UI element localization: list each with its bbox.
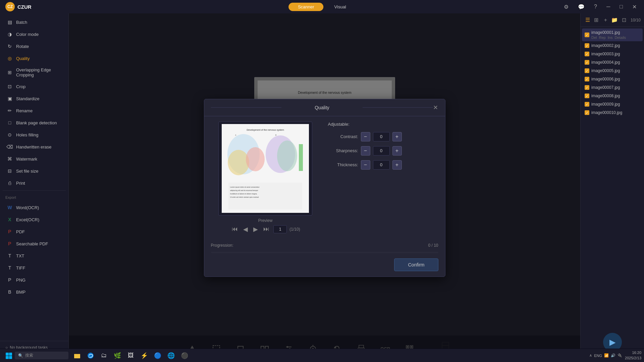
sharpness-plus-button[interactable]: + [392,146,402,156]
taskbar-app-edge[interactable] [85,350,97,362]
nav-next-button[interactable]: ⏭ [262,225,271,233]
image-checkbox[interactable] [585,85,589,90]
sidebar-item-overlapping-edge[interactable]: ⊞ Overlapping Edge Cropping [1,65,67,80]
list-item[interactable]: image00007.jpg [582,83,643,92]
confirm-button[interactable]: Confirm [394,258,438,271]
taskbar-app-5[interactable]: 🔵 [152,350,164,362]
svg-text:incididunt ut labore et dolore: incididunt ut labore et dolore magna. [230,193,257,195]
png-icon: P [7,277,13,283]
contrast-minus-button[interactable]: − [361,132,370,141]
sidebar-item-color-mode[interactable]: ◑ Color mode [1,28,67,40]
image-checkbox[interactable] [585,68,589,73]
folder-button[interactable]: 📁 [610,16,619,24]
sidebar-item-rename[interactable]: ✏ Rename [1,105,67,116]
image-checkbox[interactable] [585,110,589,115]
list-item[interactable]: image000010.jpg [582,109,643,117]
adjustable-label: Adjustable: [328,122,440,127]
help-icon[interactable]: ? [592,3,599,10]
list-item[interactable]: image00006.jpg [582,75,643,83]
taskbar-start-button[interactable] [3,351,15,360]
list-item[interactable]: image00001.jpg Del Rep Ins Details [582,28,643,41]
taskbar-search[interactable]: 🔍 搜索 [15,352,68,359]
svg-point-20 [246,147,265,171]
sidebar-item-handwritten[interactable]: ⌫ Handwritten erase [1,141,67,153]
sharpness-minus-button[interactable]: − [361,146,370,156]
taskbar-app-1[interactable]: 🗂 [98,350,110,362]
minimize-button[interactable]: ─ [604,3,612,10]
sidebar-item-word-ocr[interactable]: W Word(OCR) [1,202,67,213]
sidebar-item-print[interactable]: ⎙ Print [1,177,67,189]
page-total: (1/10) [289,227,300,232]
sidebar-item-tiff[interactable]: T TIFF [1,262,67,274]
settings-icon[interactable]: ⚙ [562,3,571,11]
image-checkbox[interactable] [585,94,589,98]
taskbar-app-file-explorer[interactable] [71,350,83,362]
sidebar-item-standardize[interactable]: ▣ Standardize [1,93,67,104]
add-item-button[interactable]: + [603,16,608,24]
expand-button[interactable]: ⊡ [621,16,628,24]
list-item[interactable]: image00009.jpg [582,100,643,108]
taskbar-app-7[interactable]: ⚫ [178,350,191,362]
taskbar-app-3[interactable]: 🖼 [125,350,137,362]
rep-action[interactable]: Rep [599,36,606,40]
del-action[interactable]: Del [591,36,597,40]
sidebar-item-bmp[interactable]: B BMP [1,286,67,298]
sidebar-item-png[interactable]: P PNG [1,274,67,286]
list-item[interactable]: image00002.jpg [582,42,643,50]
sidebar-item-excel-ocr[interactable]: X Excel(OCR) [1,214,67,225]
searchable-pdf-icon: P [7,241,13,247]
taskbar-app-6[interactable]: 🌐 [165,350,177,362]
details-action[interactable]: Details [614,36,626,40]
grid-view-button[interactable]: ⊞ [593,16,600,24]
taskbar-app-4[interactable]: ⚡ [138,350,150,362]
image-checkbox[interactable] [585,77,589,81]
sidebar-item-rotate[interactable]: ↻ Rotate [1,41,67,52]
list-item[interactable]: image00004.jpg [582,58,643,66]
sidebar-item-crop[interactable]: ⊡ Crop [1,81,67,92]
image-checkbox[interactable] [585,43,589,48]
thickness-label: Thickness: [328,162,358,167]
close-button[interactable]: ✕ [630,3,639,11]
excel-icon: X [7,217,13,223]
nav-prev-button[interactable]: ◀ [242,225,249,234]
contrast-value: 0 [373,132,390,141]
sidebar-item-set-file-size[interactable]: ⊟ Set file size [1,165,67,177]
thickness-minus-button[interactable]: − [361,160,370,170]
taskbar-app-2[interactable]: 🌿 [111,350,123,362]
list-item[interactable]: image00008.jpg [582,92,643,100]
list-item[interactable]: image00005.jpg [582,67,643,75]
image-checkbox[interactable] [585,60,589,65]
handwritten-icon: ⌫ [7,144,13,150]
list-view-button[interactable]: ☰ [584,16,591,24]
sidebar-label-rename: Rename [16,108,33,113]
sidebar-label-pdf: PDF [16,229,25,234]
tab-visual[interactable]: Visual [325,3,356,11]
message-icon[interactable]: 💬 [576,3,587,11]
contrast-plus-button[interactable]: + [392,132,402,141]
thickness-plus-button[interactable]: + [392,160,402,170]
ins-action[interactable]: Ins [608,36,613,40]
sidebar-item-blank-page[interactable]: □ Blank page detection [1,117,67,128]
list-item[interactable]: image00003.jpg [582,50,643,58]
tray-expand-icon[interactable]: ∧ [589,353,592,358]
maximize-button[interactable]: □ [618,3,625,10]
sidebar-item-holes-filling[interactable]: ⊙ Holes filling [1,129,67,140]
sidebar-item-txt[interactable]: T TXT [1,250,67,261]
tab-scanner[interactable]: Scanner [288,3,323,11]
nav-first-button[interactable]: ⏮ [230,225,239,233]
sidebar-item-batch[interactable]: ▤ Batch [1,16,67,28]
image-checkbox[interactable] [585,33,589,37]
sidebar-item-watermark[interactable]: ⌘ Watermark [1,153,67,165]
image-checkbox[interactable] [585,52,589,56]
modal-close-button[interactable]: ✕ [433,104,438,111]
nav-play-button[interactable]: ▶ [252,225,259,234]
sidebar-item-pdf[interactable]: P PDF [1,226,67,237]
progression-row: Progression: 0 / 10 [211,243,438,248]
time-display: 16:20 [625,350,641,355]
sidebar-item-quality[interactable]: ◎ Quality [1,53,67,64]
page-input[interactable]: 1 [273,225,287,233]
sidebar-label-overlapping: Overlapping Edge Cropping [16,67,62,77]
sidebar-item-searchable-pdf[interactable]: P Searchable PDF [1,238,67,249]
image-checkbox[interactable] [585,102,589,107]
sharpness-value: 0 [373,146,390,156]
